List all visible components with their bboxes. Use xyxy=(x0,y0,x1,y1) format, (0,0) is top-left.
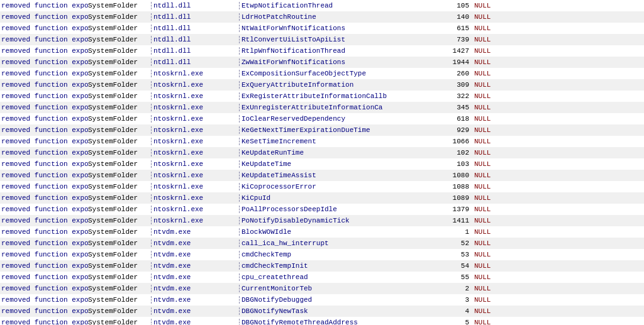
table-row: removed function export SystemFolder ntd… xyxy=(0,0,644,11)
col-hint: NULL xyxy=(472,126,509,134)
col-location: SystemFolder xyxy=(88,296,151,304)
col-file: ntvdm.exe xyxy=(151,228,239,236)
col-ordinal: 929 xyxy=(434,126,472,134)
table-row: removed function export SystemFolder nto… xyxy=(0,113,644,124)
col-type: removed function export xyxy=(0,2,88,9)
col-function: ExCompositionSurfaceObjectType xyxy=(239,70,434,77)
table-row: removed function export SystemFolder ntd… xyxy=(0,11,644,23)
col-ordinal: 103 xyxy=(434,160,472,168)
col-type: removed function export xyxy=(0,126,88,134)
col-function: KiCoprocessorError xyxy=(239,183,434,190)
col-ordinal: 309 xyxy=(434,81,472,89)
col-file: ntvdm.exe xyxy=(151,240,239,247)
col-ordinal: 1411 xyxy=(434,217,472,224)
col-hint: NULL xyxy=(472,115,509,123)
table-row: removed function export SystemFolder nto… xyxy=(0,204,644,215)
col-function: DBGNotifyNewTask xyxy=(239,307,434,315)
col-ordinal: 615 xyxy=(434,25,472,32)
col-ordinal: 322 xyxy=(434,92,472,100)
table-row: removed function export SystemFolder nto… xyxy=(0,136,644,147)
col-hint: NULL xyxy=(472,183,509,190)
col-file: ntvdm.exe xyxy=(151,296,239,304)
table-row: removed function export SystemFolder ntv… xyxy=(0,226,644,238)
col-location: SystemFolder xyxy=(88,160,151,168)
col-ordinal: 53 xyxy=(434,251,472,258)
col-hint: NULL xyxy=(472,285,509,292)
col-type: removed function export xyxy=(0,251,88,258)
col-file: ntdll.dll xyxy=(151,25,239,32)
table-row: removed function export SystemFolder ntd… xyxy=(0,57,644,68)
col-type: removed function export xyxy=(0,70,88,77)
col-function: CurrentMonitorTeb xyxy=(239,285,434,292)
col-location: SystemFolder xyxy=(88,47,151,55)
col-hint: NULL xyxy=(472,58,509,66)
col-function: cpu_createthread xyxy=(239,273,434,281)
col-ordinal: 102 xyxy=(434,149,472,157)
col-type: removed function export xyxy=(0,160,88,168)
table-row: removed function export SystemFolder nto… xyxy=(0,124,644,136)
table-row: removed function export SystemFolder nto… xyxy=(0,192,644,204)
col-location: SystemFolder xyxy=(88,228,151,236)
col-file: ntoskrnl.exe xyxy=(151,126,239,134)
col-ordinal: 1088 xyxy=(434,183,472,190)
col-file: ntdll.dll xyxy=(151,47,239,55)
col-ordinal: 1427 xyxy=(434,47,472,55)
col-type: removed function export xyxy=(0,285,88,292)
col-hint: NULL xyxy=(472,47,509,55)
col-location: SystemFolder xyxy=(88,183,151,190)
col-function: ExQueryAttributeInformation xyxy=(239,81,434,89)
col-hint: NULL xyxy=(472,319,509,325)
col-hint: NULL xyxy=(472,172,509,179)
col-file: ntdll.dll xyxy=(151,2,239,9)
col-type: removed function export xyxy=(0,262,88,270)
col-location: SystemFolder xyxy=(88,58,151,66)
col-type: removed function export xyxy=(0,273,88,281)
col-location: SystemFolder xyxy=(88,273,151,281)
col-hint: NULL xyxy=(472,92,509,100)
col-function: BlockWOWIdle xyxy=(239,228,434,236)
col-location: SystemFolder xyxy=(88,138,151,145)
table-row: removed function export SystemFolder nto… xyxy=(0,181,644,192)
col-file: ntoskrnl.exe xyxy=(151,81,239,89)
col-function: KeSetTimeIncrement xyxy=(239,138,434,145)
col-hint: NULL xyxy=(472,240,509,247)
col-hint: NULL xyxy=(472,273,509,281)
col-type: removed function export xyxy=(0,217,88,224)
col-hint: NULL xyxy=(472,36,509,43)
col-type: removed function export xyxy=(0,240,88,247)
table-row: removed function export SystemFolder ntv… xyxy=(0,249,644,260)
col-location: SystemFolder xyxy=(88,13,151,21)
col-ordinal: 2 xyxy=(434,285,472,292)
col-hint: NULL xyxy=(472,70,509,77)
col-hint: NULL xyxy=(472,296,509,304)
col-function: cmdCheckTemp xyxy=(239,251,434,258)
col-file: ntoskrnl.exe xyxy=(151,115,239,123)
col-ordinal: 739 xyxy=(434,36,472,43)
table-row: removed function export SystemFolder ntv… xyxy=(0,238,644,249)
col-function: KeUpdateTime xyxy=(239,160,434,168)
col-location: SystemFolder xyxy=(88,194,151,202)
col-type: removed function export xyxy=(0,58,88,66)
table-row: removed function export SystemFolder ntd… xyxy=(0,23,644,34)
table-row: removed function export SystemFolder ntd… xyxy=(0,45,644,57)
col-ordinal: 1089 xyxy=(434,194,472,202)
table-row: removed function export SystemFolder nto… xyxy=(0,158,644,170)
col-type: removed function export xyxy=(0,104,88,111)
col-file: ntvdm.exe xyxy=(151,262,239,270)
col-ordinal: 1379 xyxy=(434,206,472,213)
col-type: removed function export xyxy=(0,183,88,190)
col-location: SystemFolder xyxy=(88,126,151,134)
col-ordinal: 55 xyxy=(434,273,472,281)
table-row: removed function export SystemFolder nto… xyxy=(0,91,644,102)
col-location: SystemFolder xyxy=(88,206,151,213)
col-hint: NULL xyxy=(472,251,509,258)
col-ordinal: 4 xyxy=(434,307,472,315)
col-hint: NULL xyxy=(472,262,509,270)
col-function: NtWaitForWnfNotifications xyxy=(239,25,434,32)
col-type: removed function export xyxy=(0,115,88,123)
col-location: SystemFolder xyxy=(88,115,151,123)
col-file: ntdll.dll xyxy=(151,58,239,66)
col-function: IoClearReservedDependency xyxy=(239,115,434,123)
col-file: ntoskrnl.exe xyxy=(151,138,239,145)
table-row: removed function export SystemFolder ntv… xyxy=(0,317,644,325)
